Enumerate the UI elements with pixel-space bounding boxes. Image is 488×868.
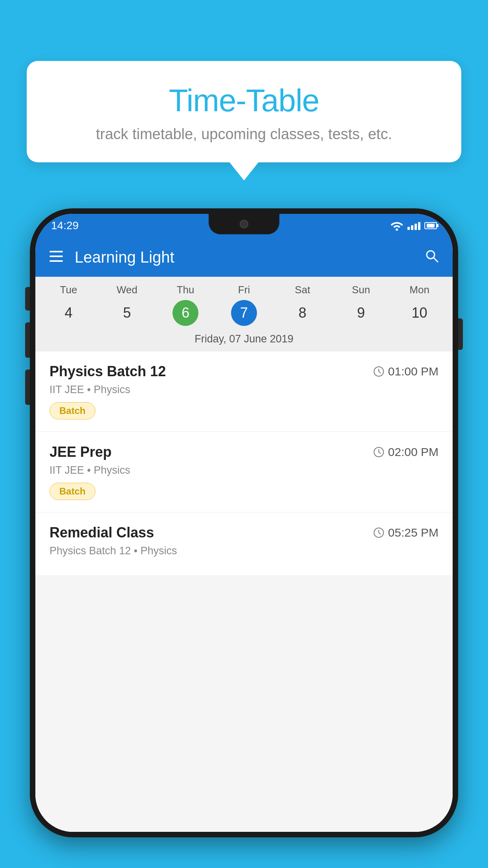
- class-item[interactable]: Physics Batch 1201:00 PMIIT JEE • Physic…: [35, 351, 453, 431]
- clock-icon: [373, 366, 384, 377]
- day-col[interactable]: Sat8: [273, 284, 332, 326]
- clock-icon: [373, 447, 384, 458]
- class-time-text: 01:00 PM: [388, 365, 438, 378]
- day-name: Wed: [117, 284, 138, 296]
- volume-up-button: [25, 322, 30, 358]
- app-bar: Learning Light: [35, 237, 453, 277]
- menu-icon[interactable]: [50, 250, 63, 265]
- day-name: Thu: [177, 284, 194, 296]
- day-number[interactable]: 4: [55, 300, 81, 326]
- svg-line-7: [379, 371, 381, 373]
- volume-down-button: [25, 370, 30, 405]
- calendar-strip: Tue4Wed5Thu6Fri7Sat8Sun9Mon10 Friday, 07…: [35, 277, 453, 351]
- front-camera: [240, 220, 248, 228]
- day-number[interactable]: 7: [231, 300, 257, 326]
- class-name: Physics Batch 12: [50, 363, 166, 380]
- day-number[interactable]: 5: [114, 300, 140, 326]
- day-name: Sat: [295, 284, 310, 296]
- status-time: 14:29: [51, 219, 79, 232]
- svg-line-4: [433, 257, 438, 262]
- class-meta: Physics Batch 12 • Physics: [50, 545, 438, 557]
- clock-icon: [373, 527, 384, 538]
- phone-screen: 14:29: [35, 214, 453, 832]
- svg-line-10: [379, 452, 381, 454]
- class-item-header: Physics Batch 1201:00 PM: [50, 363, 438, 380]
- day-number[interactable]: 9: [348, 300, 374, 326]
- class-time: 02:00 PM: [373, 445, 438, 459]
- power-button: [458, 318, 463, 350]
- batch-badge: Batch: [50, 402, 95, 419]
- phone-notch: [209, 214, 279, 234]
- app-bar-title: Learning Light: [75, 248, 424, 266]
- battery-icon: [424, 222, 437, 229]
- day-col[interactable]: Thu6: [156, 284, 215, 326]
- day-col[interactable]: Fri7: [215, 284, 273, 326]
- day-number[interactable]: 8: [290, 300, 316, 326]
- class-list: Physics Batch 1201:00 PMIIT JEE • Physic…: [35, 351, 453, 832]
- day-number[interactable]: 6: [172, 300, 198, 326]
- class-time: 01:00 PM: [373, 365, 438, 378]
- class-meta: IIT JEE • Physics: [50, 384, 438, 396]
- day-col[interactable]: Wed5: [98, 284, 156, 326]
- signal-icon: [407, 221, 420, 230]
- class-item-header: JEE Prep02:00 PM: [50, 444, 438, 460]
- selected-date-label: Friday, 07 June 2019: [35, 327, 453, 351]
- svg-rect-2: [50, 260, 63, 262]
- tooltip-card: Time-Table track timetable, upcoming cla…: [27, 61, 461, 162]
- class-meta: IIT JEE • Physics: [50, 464, 438, 476]
- days-row: Tue4Wed5Thu6Fri7Sat8Sun9Mon10: [35, 277, 453, 327]
- status-icons: [390, 221, 437, 231]
- class-name: Remedial Class: [50, 524, 154, 541]
- day-name: Sun: [352, 284, 370, 296]
- wifi-icon: [390, 221, 404, 231]
- class-time-text: 02:00 PM: [388, 445, 438, 459]
- batch-badge: Batch: [50, 483, 95, 500]
- day-name: Tue: [60, 284, 77, 296]
- class-time-text: 05:25 PM: [388, 526, 438, 539]
- svg-line-13: [379, 533, 381, 534]
- class-name: JEE Prep: [50, 444, 112, 460]
- day-col[interactable]: Mon10: [390, 284, 449, 326]
- day-col[interactable]: Sun9: [332, 284, 390, 326]
- day-name: Fri: [238, 284, 250, 296]
- day-name: Mon: [409, 284, 429, 296]
- phone-outer: 14:29: [30, 208, 458, 837]
- tooltip-title: Time-Table: [50, 83, 438, 119]
- day-number[interactable]: 10: [407, 300, 433, 326]
- phone-mockup: 14:29: [30, 208, 458, 868]
- mute-button: [25, 287, 30, 311]
- svg-rect-0: [50, 251, 63, 252]
- class-item[interactable]: Remedial Class05:25 PMPhysics Batch 12 •…: [35, 513, 453, 575]
- tooltip-subtitle: track timetable, upcoming classes, tests…: [50, 126, 438, 143]
- search-icon[interactable]: [424, 248, 438, 266]
- class-time: 05:25 PM: [373, 526, 438, 539]
- svg-rect-1: [50, 256, 63, 257]
- day-col[interactable]: Tue4: [39, 284, 98, 326]
- class-item[interactable]: JEE Prep02:00 PMIIT JEE • PhysicsBatch: [35, 432, 453, 512]
- class-item-header: Remedial Class05:25 PM: [50, 524, 438, 541]
